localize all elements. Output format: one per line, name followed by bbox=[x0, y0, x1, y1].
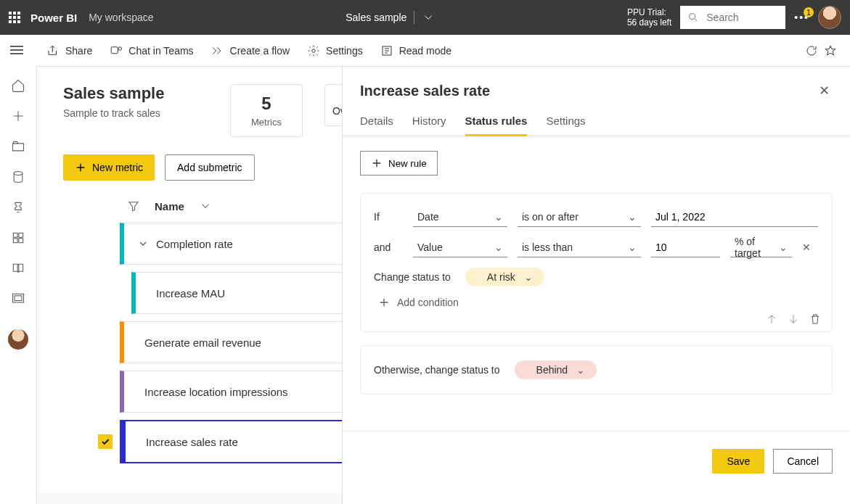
panel-title: Increase sales rate bbox=[360, 83, 490, 99]
gear-icon bbox=[307, 44, 320, 57]
divider bbox=[414, 11, 414, 24]
plus-icon bbox=[378, 297, 390, 308]
rule-actions bbox=[374, 313, 826, 326]
add-condition-button[interactable]: Add condition bbox=[378, 297, 826, 308]
unit-value: % of target bbox=[735, 236, 779, 259]
close-icon[interactable]: ✕ bbox=[816, 80, 833, 102]
chat-button[interactable]: Chat in Teams bbox=[102, 40, 200, 62]
global-header: Power BI My workspace Sales sample PPU T… bbox=[0, 0, 850, 35]
chevron-down-icon[interactable] bbox=[199, 199, 212, 212]
chat-label: Chat in Teams bbox=[128, 45, 193, 57]
status-value: Behind bbox=[536, 364, 568, 376]
nav-toggle[interactable] bbox=[10, 44, 23, 57]
new-rule-button[interactable]: New rule bbox=[360, 151, 438, 175]
tab-status-rules[interactable]: Status rules bbox=[465, 115, 528, 136]
scorecard-subtitle: Sample to track sales bbox=[63, 107, 208, 119]
data-hub-icon[interactable] bbox=[11, 170, 25, 184]
checkmark-icon[interactable] bbox=[98, 434, 113, 449]
status-value: At risk bbox=[487, 271, 515, 283]
learn-icon[interactable] bbox=[11, 261, 25, 276]
svg-rect-1 bbox=[112, 46, 118, 53]
goals-icon[interactable] bbox=[11, 200, 25, 215]
move-down-icon[interactable] bbox=[787, 313, 800, 326]
refresh-icon[interactable] bbox=[805, 44, 818, 57]
brand-label: Power BI bbox=[30, 12, 77, 24]
workspaces-icon[interactable] bbox=[11, 292, 25, 306]
share-icon bbox=[46, 44, 60, 57]
metrics-count-label: Metrics bbox=[251, 117, 282, 128]
report-title[interactable]: Sales sample bbox=[346, 12, 406, 23]
trial-line1: PPU Trial: bbox=[627, 7, 671, 17]
move-up-icon[interactable] bbox=[765, 313, 778, 326]
field-select[interactable]: Date⌄ bbox=[413, 207, 507, 227]
date-input[interactable] bbox=[651, 207, 818, 227]
add-icon[interactable] bbox=[11, 109, 25, 123]
app-launcher-icon[interactable] bbox=[9, 12, 20, 23]
delete-icon[interactable] bbox=[809, 313, 822, 326]
field-value: Value bbox=[417, 241, 443, 253]
plus-icon bbox=[371, 157, 383, 169]
svg-rect-6 bbox=[13, 233, 17, 237]
cancel-button[interactable]: Cancel bbox=[773, 449, 833, 474]
metric-name: Increase sales rate bbox=[146, 436, 238, 448]
name-column-label[interactable]: Name bbox=[155, 200, 184, 212]
trial-status[interactable]: PPU Trial: 56 days left bbox=[627, 7, 671, 28]
filter-icon[interactable] bbox=[127, 199, 140, 212]
save-button[interactable]: Save bbox=[712, 449, 764, 474]
operator-select[interactable]: is less than⌄ bbox=[518, 237, 641, 257]
unit-select[interactable]: % of target⌄ bbox=[730, 237, 792, 257]
field-value: Date bbox=[417, 211, 439, 223]
status-select-behind[interactable]: Behind ⌄ bbox=[515, 360, 597, 379]
metrics-count: 5 bbox=[251, 94, 282, 114]
workspace-name[interactable]: My workspace bbox=[89, 12, 153, 23]
read-mode-button[interactable]: Read mode bbox=[373, 40, 459, 62]
metrics-count-card[interactable]: 5 Metrics bbox=[230, 84, 303, 137]
svg-rect-9 bbox=[19, 239, 23, 243]
chevron-down-icon[interactable] bbox=[137, 238, 149, 249]
report-toolbar: Share Chat in Teams Create a flow Settin… bbox=[36, 35, 850, 67]
share-label: Share bbox=[65, 45, 92, 57]
settings-label: Settings bbox=[326, 45, 363, 57]
notification-badge: 1 bbox=[804, 7, 814, 17]
svg-rect-7 bbox=[19, 233, 23, 237]
favorite-icon[interactable] bbox=[824, 44, 837, 57]
if-label: If bbox=[374, 211, 403, 223]
add-condition-label: Add condition bbox=[397, 297, 459, 308]
new-metric-label: New metric bbox=[92, 162, 143, 173]
settings-button[interactable]: Settings bbox=[300, 40, 370, 62]
metric-name: Generate email revenue bbox=[144, 336, 261, 349]
tab-settings[interactable]: Settings bbox=[546, 115, 585, 136]
rule-card: If Date⌄ is on or after⌄ and Value⌄ is l… bbox=[360, 193, 833, 332]
flow-button[interactable]: Create a flow bbox=[204, 40, 297, 62]
add-submetric-button[interactable]: Add submetric bbox=[165, 154, 254, 181]
remove-condition-icon[interactable]: ✕ bbox=[802, 241, 811, 253]
share-button[interactable]: Share bbox=[39, 40, 99, 62]
new-metric-button[interactable]: New metric bbox=[63, 154, 155, 181]
read-label: Read mode bbox=[399, 45, 451, 57]
svg-point-2 bbox=[118, 46, 122, 50]
status-select-atrisk[interactable]: At risk ⌄ bbox=[465, 268, 544, 286]
scorecard-title: Sales sample bbox=[63, 84, 208, 103]
browse-icon[interactable] bbox=[11, 139, 25, 154]
tab-history[interactable]: History bbox=[412, 115, 446, 136]
apps-icon[interactable] bbox=[11, 231, 25, 245]
workspace-avatar[interactable] bbox=[8, 329, 28, 350]
more-options[interactable]: ••• 1 bbox=[794, 12, 809, 23]
details-panel: Increase sales rate ✕ Details History St… bbox=[342, 67, 850, 504]
flow-icon bbox=[211, 44, 224, 57]
operator-select[interactable]: is on or after⌄ bbox=[518, 207, 641, 227]
nav-rail bbox=[0, 67, 36, 504]
search-icon bbox=[687, 12, 699, 23]
teams-icon bbox=[110, 44, 123, 57]
metric-name: Increase location impressions bbox=[144, 386, 288, 398]
value-input[interactable] bbox=[651, 237, 720, 257]
home-icon[interactable] bbox=[11, 78, 25, 93]
search-box[interactable] bbox=[680, 6, 785, 29]
chevron-down-icon[interactable] bbox=[422, 11, 435, 24]
search-input[interactable] bbox=[705, 11, 770, 24]
user-avatar[interactable] bbox=[818, 6, 841, 29]
tab-details[interactable]: Details bbox=[360, 115, 393, 136]
panel-footer: Save Cancel bbox=[343, 431, 850, 491]
field-select[interactable]: Value⌄ bbox=[413, 237, 507, 257]
svg-rect-8 bbox=[13, 239, 17, 243]
